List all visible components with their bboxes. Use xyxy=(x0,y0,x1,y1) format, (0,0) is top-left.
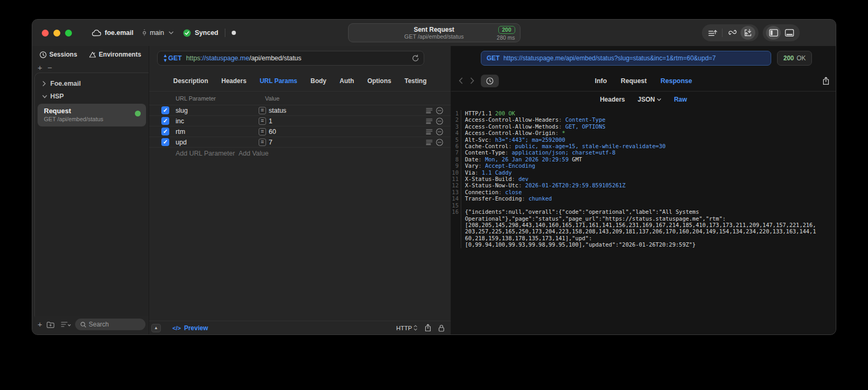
line-text: Connection: close xyxy=(461,189,522,195)
tree-item-hsp[interactable]: HSP xyxy=(35,90,149,103)
line-number: 13 xyxy=(451,189,461,195)
add-session-button[interactable]: + xyxy=(38,64,42,71)
remove-session-button[interactable]: − xyxy=(48,64,52,71)
line-number: 14 xyxy=(451,195,461,202)
request-item-title: Request xyxy=(44,107,141,115)
response-code[interactable]: 1 HTTP/1.1 200 OK 2 Access-Control-Allow… xyxy=(451,107,836,334)
code-line: 11 X-Status-Build: dev xyxy=(451,176,836,182)
request-summary-capsule[interactable]: Sent Request GET /api/embed/status 200 2… xyxy=(348,23,520,42)
new-request-button[interactable]: + xyxy=(38,321,42,328)
method-select[interactable]: GET xyxy=(168,55,182,62)
param-name-field[interactable]: rtm xyxy=(176,128,259,135)
preview-button[interactable]: </> Preview xyxy=(172,324,208,332)
justify-lines-icon[interactable] xyxy=(426,140,433,145)
remove-param-icon[interactable] xyxy=(436,128,443,135)
equals-icon: = xyxy=(259,107,266,114)
tab-url-params[interactable]: URL Params xyxy=(260,77,297,85)
request-editor-tabs: Description Headers URL Params Body Auth… xyxy=(149,70,451,92)
code-line: 1 HTTP/1.1 200 OK xyxy=(451,110,836,116)
tab-environments[interactable]: Environments xyxy=(89,51,141,58)
param-value-field[interactable]: 1 xyxy=(269,117,272,125)
history-clock-icon[interactable] xyxy=(481,75,499,87)
lock-icon[interactable] xyxy=(438,324,444,332)
tab-body[interactable]: Body xyxy=(310,77,326,85)
url-param-row[interactable]: ✓ rtm = 60 xyxy=(149,126,451,137)
tab-testing[interactable]: Testing xyxy=(405,77,427,85)
chevron-down-icon xyxy=(169,31,173,34)
param-value-field[interactable]: 60 xyxy=(269,128,276,135)
response-view-subtabs: Headers JSON Raw xyxy=(451,92,836,107)
param-name-field[interactable]: slug xyxy=(176,107,259,114)
justify-lines-icon[interactable] xyxy=(426,119,433,124)
sent-request-url-box[interactable]: GET https://statuspage.me/api/embed/stat… xyxy=(481,51,771,66)
zoom-window-button[interactable] xyxy=(65,30,72,37)
minimize-window-button[interactable] xyxy=(53,30,60,37)
remove-param-icon[interactable] xyxy=(436,107,443,114)
tab-auth[interactable]: Auth xyxy=(340,77,354,85)
tab-options[interactable]: Options xyxy=(367,77,391,85)
project-switcher[interactable]: foe.email xyxy=(92,29,133,37)
line-number: 11 xyxy=(451,176,461,182)
sync-status[interactable]: Synced xyxy=(183,29,218,37)
tab-headers[interactable]: Headers xyxy=(222,77,246,85)
search-input[interactable] xyxy=(89,321,140,328)
response-nav-bar: Info Request Response xyxy=(451,70,836,92)
request-list-item-selected[interactable]: Request GET /api/embed/status xyxy=(38,104,146,126)
chevron-down-icon xyxy=(42,95,47,98)
justify-lines-icon[interactable] xyxy=(426,129,433,134)
param-name-field[interactable]: inc xyxy=(176,117,259,125)
tab-description[interactable]: Description xyxy=(173,77,208,85)
request-url-bar[interactable]: ▲▼ GET https://statuspage.me/api/embed/s… xyxy=(157,51,424,66)
tree-item-label: Foe.email xyxy=(50,80,81,87)
add-param-row[interactable]: Add URL Parameter Add Value xyxy=(149,148,451,159)
collapse-panel-icon[interactable]: ▲ xyxy=(151,324,161,332)
remove-param-icon[interactable] xyxy=(436,117,443,125)
new-folder-icon[interactable] xyxy=(47,321,54,328)
export-response-icon[interactable] xyxy=(823,77,829,85)
tab-sessions[interactable]: Sessions xyxy=(40,51,77,58)
response-status-code: 200 xyxy=(783,55,794,62)
toggle-sidebar-icon[interactable] xyxy=(766,26,781,40)
param-enabled-checkbox[interactable]: ✓ xyxy=(161,128,169,135)
remove-param-icon[interactable] xyxy=(436,139,443,146)
http-version-select[interactable]: HTTP xyxy=(396,325,417,331)
code-line: 16 {"incidents":null,"overall":{"code":"… xyxy=(451,208,836,248)
add-url-parameter-placeholder[interactable]: Add URL Parameter xyxy=(149,150,239,157)
sync-branches-button[interactable] xyxy=(725,26,739,40)
sidebar-search[interactable] xyxy=(75,319,145,330)
close-window-button[interactable] xyxy=(42,30,49,37)
url-param-row[interactable]: ✓ slug = status xyxy=(149,105,451,116)
branch-switcher[interactable]: main xyxy=(142,29,173,37)
request-panel-footer: ▲ </> Preview HTTP xyxy=(149,321,451,334)
line-text: Date: Mon, 26 Jan 2026 20:29:59 GMT xyxy=(461,156,582,162)
url-param-row[interactable]: ✓ inc = 1 xyxy=(149,116,451,126)
tab-request[interactable]: Request xyxy=(620,77,646,85)
sort-filter-icon[interactable] xyxy=(61,321,71,328)
param-enabled-checkbox[interactable]: ✓ xyxy=(161,138,169,146)
sync-check-icon xyxy=(183,29,191,37)
footer-right-controls: HTTP xyxy=(396,324,444,332)
resend-request-icon[interactable] xyxy=(412,55,419,62)
param-name-field[interactable]: upd xyxy=(176,139,259,146)
subtab-headers[interactable]: Headers xyxy=(600,96,625,103)
param-value-field[interactable]: 7 xyxy=(269,139,272,146)
preview-label: Preview xyxy=(184,324,208,332)
tree-item-foe-email[interactable]: Foe.email xyxy=(35,77,149,90)
tab-response[interactable]: Response xyxy=(661,77,692,85)
param-value-field[interactable]: status xyxy=(269,107,286,114)
next-exchange-icon[interactable] xyxy=(470,77,474,84)
param-enabled-checkbox[interactable]: ✓ xyxy=(161,106,169,114)
param-row-icons xyxy=(426,117,443,125)
export-code-button[interactable] xyxy=(705,26,720,40)
justify-lines-icon[interactable] xyxy=(426,108,433,113)
import-export-button[interactable] xyxy=(741,26,755,40)
url-param-row[interactable]: ✓ upd = 7 xyxy=(149,137,451,148)
param-enabled-checkbox[interactable]: ✓ xyxy=(161,117,169,125)
toggle-bottom-panel-icon[interactable] xyxy=(782,26,797,40)
subtab-raw[interactable]: Raw xyxy=(674,96,687,103)
previous-exchange-icon[interactable] xyxy=(459,77,463,84)
tab-info[interactable]: Info xyxy=(595,77,607,85)
share-icon[interactable] xyxy=(425,324,431,332)
add-value-placeholder[interactable]: Add Value xyxy=(239,150,269,157)
subtab-json[interactable]: JSON xyxy=(638,96,662,103)
